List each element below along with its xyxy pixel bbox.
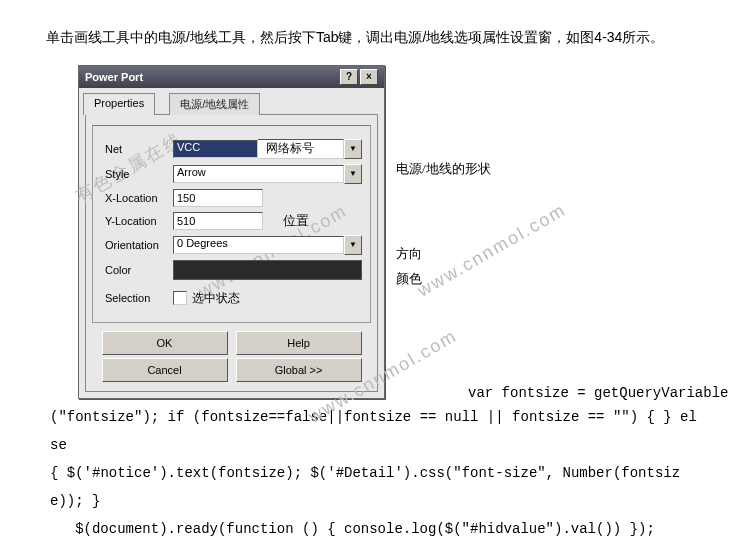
dialog-title: Power Port	[85, 71, 338, 83]
y-location-field[interactable]	[173, 212, 263, 230]
tab-strip: Properties 电源/地线属性	[79, 88, 384, 114]
color-label: Color	[101, 264, 173, 276]
close-icon[interactable]: ×	[360, 69, 378, 85]
power-port-dialog: 有色金属在线 www.cnnmol.com www.cnnmol.com Pow…	[78, 65, 385, 399]
chevron-down-icon[interactable]: ▼	[344, 164, 362, 184]
net-label: Net	[101, 143, 173, 155]
tab-properties[interactable]: Properties	[83, 93, 155, 115]
titlebar[interactable]: Power Port ? ×	[79, 66, 384, 88]
code-line-4: $(document).ready(function () { console.…	[30, 515, 700, 538]
selection-annot: 选中状态	[192, 290, 240, 307]
code-line-1a: var fontsize = getQueryVariable	[468, 385, 728, 401]
intro-text: 单击画线工具中的电源/地线工具，然后按下Tab键，调出电源/地线选项属性设置窗，…	[18, 24, 712, 51]
selection-label: Selection	[101, 292, 173, 304]
chevron-down-icon[interactable]: ▼	[344, 235, 362, 255]
selection-checkbox[interactable]	[173, 291, 187, 305]
help-icon[interactable]: ?	[340, 69, 358, 85]
ok-button[interactable]: OK	[102, 331, 228, 355]
code-snippet: ("fontsize"); if (fontsize==false||fonts…	[18, 403, 712, 538]
field-group: Net VCC 网络标号 ▼ Style Arrow ▼ X-Locatio	[92, 125, 371, 323]
code-line-2: ("fontsize"); if (fontsize==false||fonts…	[30, 403, 700, 459]
code-line-3: { $('#notice').text(fontsize); $('#Detai…	[30, 459, 700, 515]
x-location-field[interactable]	[173, 189, 263, 207]
tab-power-ground-attrs[interactable]: 电源/地线属性	[169, 93, 260, 115]
style-annot: 电源/地线的形状	[396, 160, 491, 178]
color-swatch[interactable]	[173, 260, 362, 280]
orientation-label: Orientation	[101, 239, 173, 251]
watermark: www.cnnmol.com	[414, 199, 570, 301]
style-label: Style	[101, 168, 173, 180]
cancel-button[interactable]: Cancel	[102, 358, 228, 382]
orientation-field[interactable]: 0 Degrees	[173, 236, 344, 254]
location-annot: 位置	[283, 212, 309, 230]
chevron-down-icon[interactable]: ▼	[344, 139, 362, 159]
net-annot: 网络标号	[258, 139, 344, 159]
color-annot: 颜色	[396, 270, 422, 288]
y-location-label: Y-Location	[101, 215, 173, 227]
orientation-annot: 方向	[396, 245, 422, 263]
help-button[interactable]: Help	[236, 331, 362, 355]
global-button[interactable]: Global >>	[236, 358, 362, 382]
properties-panel: Net VCC 网络标号 ▼ Style Arrow ▼ X-Locatio	[85, 114, 378, 392]
style-field[interactable]: Arrow	[173, 165, 344, 183]
x-location-label: X-Location	[101, 192, 173, 204]
net-field[interactable]: VCC	[173, 140, 258, 158]
